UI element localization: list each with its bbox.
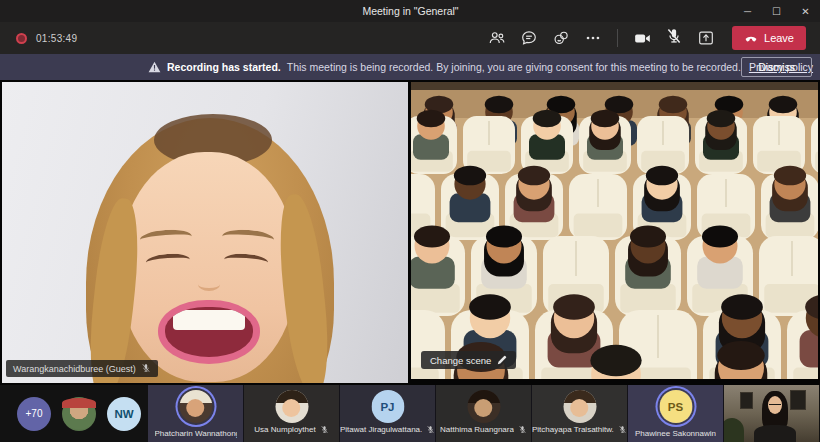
participant-avatar: PS [659, 390, 692, 423]
leave-button[interactable]: Leave [732, 26, 806, 50]
participant-avatar: PJ [371, 390, 404, 423]
camera-button[interactable] [630, 25, 655, 51]
participant-avatar [179, 390, 212, 423]
leave-button-label: Leave [764, 32, 794, 44]
phone-hangup-icon [744, 31, 758, 45]
pencil-icon [497, 355, 507, 365]
change-scene-button[interactable]: Change scene [421, 351, 516, 369]
mic-muted-icon [426, 420, 435, 438]
overflow-count-badge[interactable]: +70 [17, 397, 51, 431]
participant-avatar [275, 390, 308, 423]
mic-muted-icon [518, 420, 527, 438]
participants-button[interactable] [485, 25, 510, 51]
participant-tile[interactable]: Phatcharin Wannathong [148, 385, 244, 442]
participant-tile[interactable]: Pitchayapa Traisathitw... [532, 385, 628, 442]
participant-avatar [563, 390, 596, 423]
window-title: Meeting in "General" [0, 5, 733, 17]
participant-name: Pitawat Jiragulwattana... [340, 425, 422, 434]
mic-muted-icon [320, 420, 329, 438]
recording-indicator-icon [16, 33, 27, 44]
participant-name-label: Warangkanachidburee (Guest) [6, 360, 158, 377]
camera-icon [633, 29, 652, 48]
meeting-stage: Warangkanachidburee (Guest) Change scene [0, 80, 820, 385]
participant-name: Usa Numploythet [254, 425, 315, 434]
bottom-participant-bar: +70 NW Phatcharin Wannathong Usa Numploy… [0, 385, 820, 442]
participant-name: Natthima Ruangnara [440, 425, 514, 434]
more-options-button[interactable] [581, 25, 606, 51]
chat-icon [520, 29, 538, 47]
mic-muted-icon [141, 363, 151, 375]
roster-cluster: +70 NW [0, 385, 148, 442]
participant-avatar [467, 390, 500, 423]
meeting-timer: 01:53:49 [36, 33, 77, 44]
participant-tile[interactable]: PS Phawinee Sakonnawin [628, 385, 724, 442]
together-mode-auditorium [411, 82, 818, 379]
participant-name: Phawinee Sakonnawin [635, 429, 716, 438]
banner-bold-text: Recording has started. [167, 61, 281, 73]
video-tile-speaker[interactable]: Warangkanachidburee (Guest) [2, 82, 408, 383]
warning-icon [148, 61, 161, 73]
share-tray-icon [697, 29, 715, 47]
avatar[interactable] [62, 397, 96, 431]
people-icon [488, 29, 506, 47]
participant-name: Pitchayapa Traisathitw... [532, 425, 614, 434]
share-button[interactable] [694, 25, 719, 51]
participant-name: Phatcharin Wannathong [155, 429, 237, 438]
recording-banner: Recording has started. This meeting is b… [0, 54, 820, 80]
window-titlebar: Meeting in "General" ─ ☐ ✕ [0, 0, 820, 22]
chat-button[interactable] [517, 25, 542, 51]
participant-tile[interactable]: Natthima Ruangnara [436, 385, 532, 442]
participant-initials: PJ [371, 390, 404, 423]
participant-tiles: Phatcharin Wannathong Usa Numploythet PJ… [148, 385, 724, 442]
mic-muted-icon [618, 420, 627, 438]
dismiss-button[interactable]: Dismiss [741, 57, 812, 77]
video-tile-together-mode[interactable]: Change scene [411, 82, 818, 379]
toolbar-separator [617, 29, 618, 47]
minimize-button[interactable]: ─ [733, 0, 762, 22]
initials-avatar[interactable]: NW [107, 397, 141, 431]
close-button[interactable]: ✕ [791, 0, 820, 22]
participant-tile[interactable]: Usa Numploythet [244, 385, 340, 442]
maximize-button[interactable]: ☐ [762, 0, 791, 22]
reactions-icon [552, 29, 570, 47]
teams-meeting-window: Meeting in "General" ─ ☐ ✕ 01:53:49 [0, 0, 820, 442]
meeting-toolbar: 01:53:49 [0, 22, 820, 54]
participant-tile[interactable]: PJ Pitawat Jiragulwattana... [340, 385, 436, 442]
participant-initials: PS [659, 390, 692, 423]
self-video-tile[interactable] [724, 385, 819, 442]
banner-body-text: This meeting is being recorded. By joini… [287, 61, 741, 73]
ellipsis-icon [584, 29, 602, 47]
reactions-button[interactable] [549, 25, 574, 51]
mic-button[interactable] [662, 25, 687, 51]
mic-muted-icon [665, 27, 683, 49]
